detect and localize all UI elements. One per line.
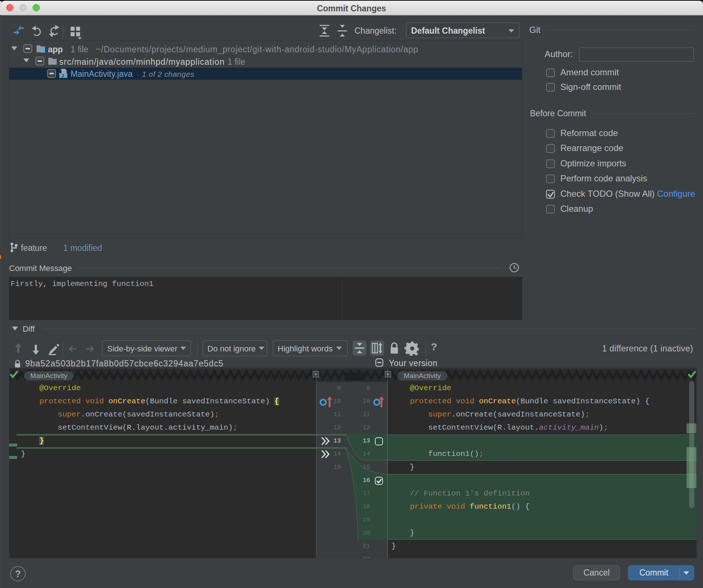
- svg-text:J: J: [61, 74, 64, 79]
